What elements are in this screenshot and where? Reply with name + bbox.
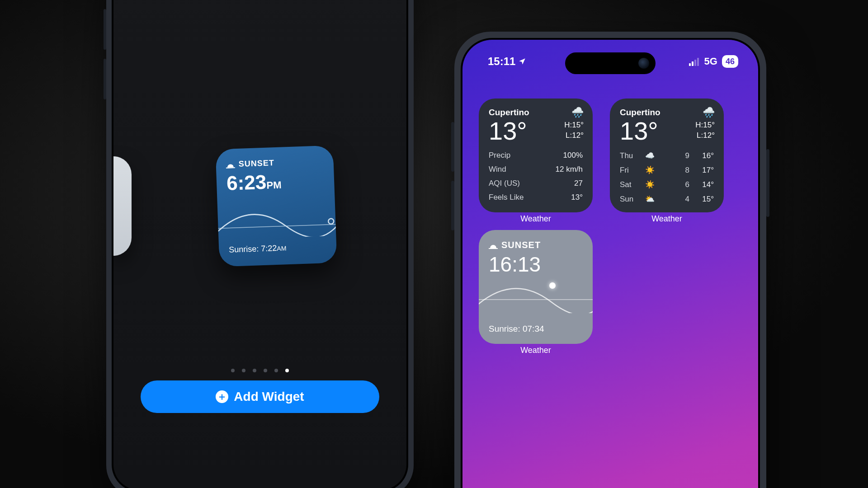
page-dot[interactable]: [274, 369, 278, 372]
weather-forecast-widget[interactable]: Cupertino 13° 🌧️ H:15° L:12° Thu☁️916°Fr…: [610, 99, 724, 212]
detail-rows: Precip100%Wind12 km/hAQI (US)27Feels Lik…: [489, 151, 583, 202]
sunset-icon: [489, 242, 498, 249]
rain-icon: 🌧️: [571, 107, 584, 118]
forecast-row: Sun⛅415°: [620, 194, 714, 204]
phone-right-bezel: 15:11 5G 46: [461, 38, 760, 488]
svg-rect-5: [697, 58, 699, 66]
forecast-row: Fri☀️817°: [620, 165, 714, 175]
phone-right-frame: 15:11 5G 46: [454, 32, 766, 488]
sun-curve-graphic: [479, 277, 593, 313]
add-widget-label: Add Widget: [234, 389, 304, 404]
detail-row: Wind12 km/h: [489, 165, 583, 174]
sunset-label: SUNSET: [238, 158, 274, 169]
detail-row: Feels Like13°: [489, 193, 583, 202]
sunrise-row: Sunrise: 7:22AM: [229, 243, 287, 254]
forecast-rows: Thu☁️916°Fri☀️817°Sat☀️614°Sun⛅415°: [620, 151, 714, 204]
widget-grid: Cupertino 13° 🌧️ H:15° L:12° Precip100%W…: [479, 99, 742, 361]
power-button[interactable]: [766, 149, 769, 217]
svg-rect-2: [689, 63, 691, 66]
page-dot[interactable]: [264, 369, 267, 372]
status-bar: 15:11 5G 46: [462, 53, 758, 71]
sunset-time: 6:23PM: [226, 169, 325, 195]
widget-gallery-screen[interactable]: SUNSET 6:23PM Sunrise: 7:22AM ＋ Add: [113, 0, 406, 488]
svg-rect-3: [692, 61, 693, 66]
page-dot[interactable]: [242, 369, 245, 372]
sunset-widget-preview[interactable]: SUNSET 6:23PM Sunrise: 7:22AM: [216, 145, 337, 267]
home-screen[interactable]: 15:11 5G 46: [462, 40, 758, 488]
sunrise-row: Sunrise: 07:34: [489, 324, 544, 334]
battery-pill: 46: [722, 55, 738, 68]
sunset-label: SUNSET: [501, 240, 541, 250]
sun-curve-graphic: [217, 199, 336, 239]
page-dots[interactable]: [113, 369, 406, 372]
page-dot[interactable]: [285, 369, 289, 372]
status-time: 15:11: [488, 55, 526, 68]
svg-rect-4: [694, 60, 696, 66]
location-arrow-icon: [518, 57, 526, 66]
sunset-time: 16:13: [489, 252, 583, 277]
svg-point-1: [328, 219, 334, 224]
phone-left-bezel: SUNSET 6:23PM Sunrise: 7:22AM ＋ Add: [112, 0, 408, 488]
page-dot[interactable]: [253, 369, 256, 372]
svg-line-0: [218, 224, 336, 228]
page-dot[interactable]: [231, 369, 235, 372]
add-widget-button[interactable]: ＋ Add Widget: [141, 380, 379, 413]
detail-row: AQI (US)27: [489, 179, 583, 188]
sunset-widget[interactable]: SUNSET 16:13 Sunrise: 07:34: [479, 230, 593, 344]
detail-row: Precip100%: [489, 151, 583, 160]
location-label: Cupertino: [489, 108, 583, 117]
cellular-signal-icon: [689, 57, 700, 66]
plus-circle-icon: ＋: [216, 390, 228, 403]
high-low: H:15° L:12°: [695, 120, 715, 141]
volume-down-button[interactable]: [451, 181, 454, 230]
high-low: H:15° L:12°: [564, 120, 584, 141]
widget-caption: Weather: [610, 214, 724, 224]
volume-up-button[interactable]: [104, 9, 106, 50]
forecast-row: Thu☁️916°: [620, 151, 714, 160]
widget-caption: Weather: [479, 346, 593, 355]
forecast-row: Sat☀️614°: [620, 180, 714, 189]
sun-position-dot: [549, 282, 556, 289]
previous-widget-peek[interactable]: [113, 156, 132, 256]
sunset-icon: [226, 161, 235, 169]
weather-detail-widget[interactable]: Cupertino 13° 🌧️ H:15° L:12° Precip100%W…: [479, 99, 593, 212]
network-label: 5G: [704, 56, 717, 67]
phone-left-frame: SUNSET 6:23PM Sunrise: 7:22AM ＋ Add: [106, 0, 414, 488]
volume-up-button[interactable]: [451, 122, 454, 172]
widget-caption: Weather: [479, 214, 593, 224]
volume-down-button[interactable]: [104, 59, 106, 99]
location-label: Cupertino: [620, 108, 714, 117]
rain-icon: 🌧️: [703, 107, 715, 118]
